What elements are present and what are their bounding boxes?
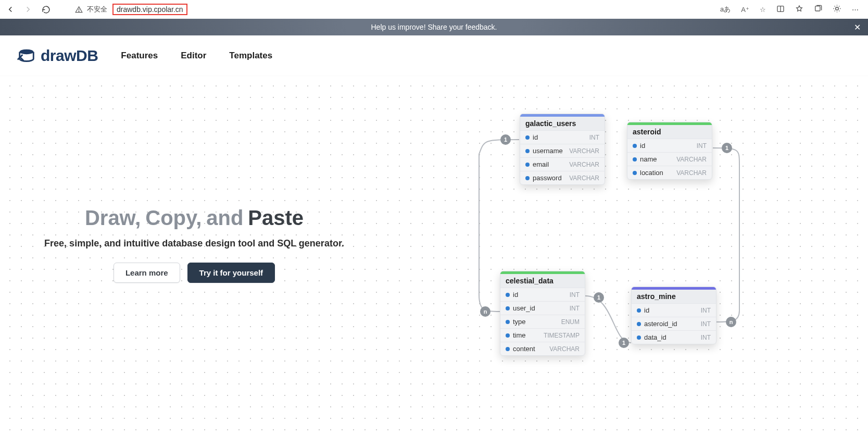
svg-point-7: [480, 306, 490, 317]
svg-rect-2: [815, 6, 820, 10]
performance-icon[interactable]: [833, 4, 841, 15]
toolbar-right: aあ A⁺ ☆ ⋯: [720, 4, 863, 15]
table-row[interactable]: locationVARCHAR: [627, 166, 712, 179]
table-row[interactable]: idINT: [520, 130, 605, 144]
svg-point-0: [79, 11, 79, 11]
table-row[interactable]: emailVARCHAR: [520, 157, 605, 171]
table-row[interactable]: typeENUM: [500, 315, 585, 328]
table-title: asteroid: [627, 125, 712, 139]
split-icon[interactable]: [776, 5, 785, 15]
table-row[interactable]: timeTIMESTAMP: [500, 328, 585, 342]
table-row[interactable]: contentVARCHAR: [500, 342, 585, 355]
svg-text:1: 1: [725, 145, 728, 151]
svg-point-11: [726, 317, 736, 327]
insecure-label: 不安全: [87, 5, 107, 14]
table-row[interactable]: user_idINT: [500, 301, 585, 315]
svg-text:1: 1: [504, 136, 507, 143]
feedback-banner[interactable]: Help us improve! Share your feedback. ✕: [0, 19, 868, 35]
svg-text:1: 1: [597, 294, 600, 301]
site-header: drawDB Features Editor Templates: [0, 35, 868, 76]
translate-icon[interactable]: aあ: [720, 5, 731, 14]
forward-button[interactable]: [23, 4, 33, 15]
svg-point-4: [20, 49, 34, 54]
banner-text: Help us improve! Share your feedback.: [371, 23, 497, 31]
table-row[interactable]: usernameVARCHAR: [520, 144, 605, 157]
table-celestial-data[interactable]: celestial_data idINT user_idINT typeENUM…: [500, 271, 585, 356]
hero-title: Draw, Copy, and Paste: [41, 206, 348, 230]
svg-point-9: [722, 143, 732, 153]
address-bar[interactable]: 不安全 drawdb.vip.cpolar.cn: [58, 4, 713, 15]
table-row[interactable]: data_idINT: [632, 330, 716, 344]
svg-point-3: [836, 7, 839, 10]
table-astro-mine[interactable]: astro_mine idINT asteroid_idINT data_idI…: [631, 287, 716, 344]
logo-text: drawDB: [41, 47, 98, 65]
url-text[interactable]: drawdb.vip.cpolar.cn: [112, 4, 187, 15]
insecure-icon: [75, 6, 83, 14]
table-galactic-users[interactable]: galactic_users idINT usernameVARCHAR ema…: [520, 114, 605, 185]
svg-text:n: n: [484, 308, 487, 315]
table-asteroid[interactable]: asteroid idINT nameVARCHAR locationVARCH…: [627, 122, 712, 180]
table-row[interactable]: idINT: [500, 288, 585, 301]
browser-toolbar: 不安全 drawdb.vip.cpolar.cn aあ A⁺ ☆ ⋯: [0, 0, 868, 19]
star-icon[interactable]: ☆: [760, 6, 766, 14]
logo[interactable]: drawDB: [17, 46, 98, 66]
nav-editor[interactable]: Editor: [181, 51, 206, 61]
collections-icon[interactable]: [814, 5, 822, 15]
svg-text:1: 1: [622, 340, 625, 346]
hero-subtitle: Free, simple, and intuitive database des…: [41, 238, 348, 249]
table-title: galactic_users: [520, 117, 605, 130]
table-row[interactable]: idINT: [632, 303, 716, 317]
table-row[interactable]: idINT: [627, 139, 712, 152]
table-row[interactable]: nameVARCHAR: [627, 152, 712, 166]
svg-point-13: [594, 292, 604, 303]
nav-templates[interactable]: Templates: [229, 51, 272, 61]
table-row[interactable]: passwordVARCHAR: [520, 171, 605, 184]
diagram-canvas[interactable]: Draw, Copy, and Paste Free, simple, and …: [0, 76, 868, 435]
svg-text:n: n: [729, 319, 733, 325]
read-aloud-icon[interactable]: A⁺: [741, 6, 749, 14]
svg-point-15: [619, 338, 629, 348]
table-title: celestial_data: [500, 274, 585, 288]
nav-features[interactable]: Features: [121, 51, 158, 61]
refresh-button[interactable]: [41, 4, 51, 15]
close-icon[interactable]: ✕: [854, 22, 861, 32]
try-it-button[interactable]: Try it for yourself: [187, 263, 275, 283]
table-row[interactable]: asteroid_idINT: [632, 317, 716, 330]
back-button[interactable]: [5, 4, 16, 15]
more-icon[interactable]: ⋯: [852, 6, 859, 14]
hero: Draw, Copy, and Paste Free, simple, and …: [41, 206, 348, 283]
learn-more-button[interactable]: Learn more: [114, 263, 180, 283]
svg-point-5: [500, 134, 511, 145]
table-title: astro_mine: [632, 290, 716, 303]
favorites-icon[interactable]: [795, 5, 803, 15]
